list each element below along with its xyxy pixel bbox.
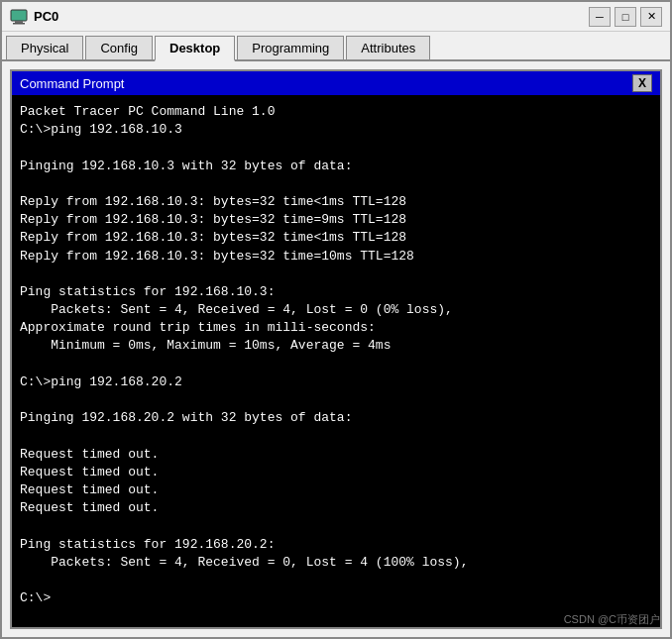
cmd-title-bar: Command Prompt X — [12, 71, 660, 95]
tab-physical-label: Physical — [21, 41, 68, 55]
svg-rect-1 — [15, 21, 23, 23]
tab-config-label: Config — [100, 41, 138, 55]
tab-programming[interactable]: Programming — [237, 36, 344, 59]
tab-desktop-label: Desktop — [169, 41, 220, 55]
window-icon — [10, 8, 28, 26]
title-bar-buttons: ─ □ ✕ — [589, 7, 662, 27]
tab-attributes[interactable]: Attributes — [346, 36, 430, 59]
svg-rect-2 — [13, 23, 25, 25]
content-area: Command Prompt X Packet Tracer PC Comman… — [2, 61, 670, 637]
tab-desktop[interactable]: Desktop — [155, 36, 235, 61]
tab-bar: Physical Config Desktop Programming Attr… — [2, 32, 670, 61]
window-title: PC0 — [34, 9, 589, 24]
tab-config[interactable]: Config — [85, 36, 153, 59]
close-button[interactable]: ✕ — [640, 7, 662, 27]
cmd-close-button[interactable]: X — [632, 74, 652, 92]
minimize-button[interactable]: ─ — [589, 7, 611, 27]
main-window: PC0 ─ □ ✕ Physical Config Desktop Progra… — [0, 0, 672, 639]
tab-programming-label: Programming — [252, 41, 329, 55]
command-prompt-window: Command Prompt X Packet Tracer PC Comman… — [10, 69, 662, 629]
maximize-button[interactable]: □ — [615, 7, 636, 27]
watermark: CSDN @C币资团户 — [564, 612, 660, 627]
cmd-title: Command Prompt — [20, 76, 124, 91]
title-bar: PC0 ─ □ ✕ — [2, 2, 670, 32]
tab-attributes-label: Attributes — [361, 41, 415, 55]
tab-physical[interactable]: Physical — [6, 36, 83, 59]
svg-rect-0 — [11, 10, 27, 21]
cmd-output[interactable]: Packet Tracer PC Command Line 1.0 C:\>pi… — [12, 95, 660, 627]
